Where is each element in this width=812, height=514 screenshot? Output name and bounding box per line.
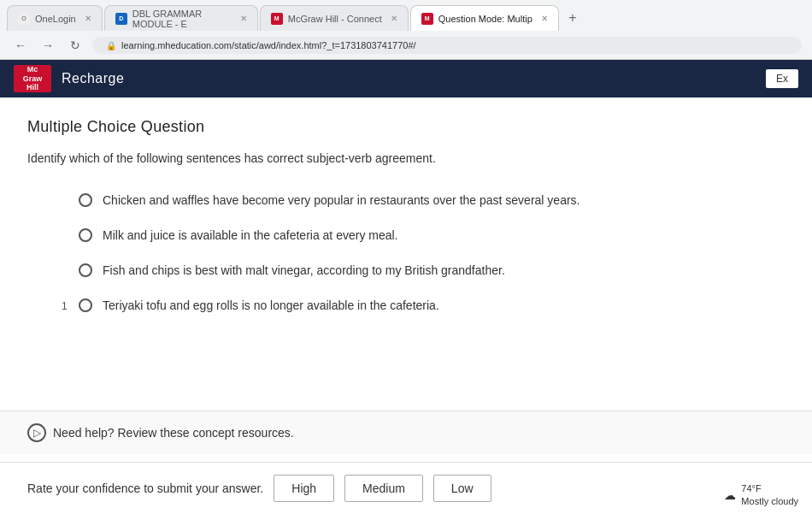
tab-onelogin[interactable]: O OneLogin ✕ [7, 5, 103, 31]
radio-3[interactable] [79, 263, 92, 277]
back-button[interactable]: ← [10, 35, 31, 56]
answer-option-3[interactable]: Fish and chips is best with malt vinegar… [79, 262, 785, 280]
weather-widget: ☁ 74°F Mostly cloudy [724, 482, 798, 507]
tab-question-mode-close[interactable]: ✕ [541, 14, 548, 23]
tab-bar: O OneLogin ✕ D DBL GRAMMAR MODULE - E ✕ … [0, 0, 812, 31]
answer-option-4[interactable]: 1 Teriyaki tofu and egg rolls is no long… [79, 297, 785, 315]
weather-icon: ☁ [724, 488, 736, 502]
logo-line1: Mc [27, 65, 38, 74]
answer-option-1[interactable]: Chicken and waffles have become very pop… [79, 192, 785, 210]
tab-dbl-grammar[interactable]: D DBL GRAMMAR MODULE - E ✕ [104, 5, 258, 31]
help-section[interactable]: ▷ Need help? Review these concept resour… [0, 411, 812, 454]
weather-text: 74°F Mostly cloudy [741, 482, 798, 507]
main-content: Multiple Choice Question Identify which … [0, 97, 812, 514]
browser-chrome: O OneLogin ✕ D DBL GRAMMAR MODULE - E ✕ … [0, 0, 812, 60]
logo-line2: Graw [23, 74, 43, 84]
confidence-high-button[interactable]: High [274, 475, 334, 502]
radio-1[interactable] [79, 193, 92, 207]
app-title: Recharge [62, 71, 124, 86]
tab-mcgraw-connect-close[interactable]: ✕ [391, 14, 397, 23]
tab-mcgraw-connect[interactable]: M McGraw Hill - Connect ✕ [260, 5, 409, 31]
ex-button[interactable]: Ex [766, 69, 798, 88]
answer-num-4: 1 [62, 298, 68, 314]
question-mode-favicon: M [421, 13, 433, 25]
dbl-favicon: D [115, 13, 127, 25]
answer-text-3: Fish and chips is best with malt vinegar… [103, 262, 505, 280]
weather-temp: 74°F [741, 482, 798, 494]
onelogin-favicon: O [18, 13, 30, 25]
tab-onelogin-close[interactable]: ✕ [85, 14, 91, 23]
answer-options: Chicken and waffles have become very pop… [79, 192, 785, 315]
tab-question-mode[interactable]: M Question Mode: Multip ✕ [410, 5, 559, 31]
tab-question-mode-label: Question Mode: Multip [438, 14, 533, 24]
address-text: learning.mheducation.com/static/awd/inde… [121, 40, 416, 50]
answer-option-2[interactable]: Milk and juice is available in the cafet… [79, 227, 785, 245]
address-bar[interactable]: 🔒 learning.mheducation.com/static/awd/in… [92, 37, 802, 54]
answer-text-4: Teriyaki tofu and egg rolls is no longer… [103, 297, 439, 315]
confidence-row: Rate your confidence to submit your answ… [0, 462, 812, 514]
reload-button[interactable]: ↻ [65, 35, 85, 56]
mcgraw-logo: Mc Graw Hill [14, 65, 51, 92]
radio-4[interactable] [79, 298, 92, 312]
tab-dbl-label: DBL GRAMMAR MODULE - E [132, 9, 232, 29]
confidence-medium-button[interactable]: Medium [344, 475, 423, 502]
answer-text-1: Chicken and waffles have become very pop… [103, 192, 580, 210]
question-prompt: Identify which of the following sentence… [27, 150, 785, 168]
weather-condition: Mostly cloudy [741, 495, 798, 507]
app-header: Mc Graw Hill Recharge Ex [0, 60, 812, 97]
question-type: Multiple Choice Question [27, 118, 785, 136]
address-bar-row: ← → ↻ 🔒 learning.mheducation.com/static/… [0, 31, 812, 60]
tab-dbl-close[interactable]: ✕ [240, 14, 247, 23]
answer-text-2: Milk and juice is available in the cafet… [103, 227, 398, 245]
help-text: Need help? Review these concept resource… [53, 426, 294, 440]
help-icon: ▷ [27, 423, 46, 442]
confidence-label: Rate your confidence to submit your answ… [27, 482, 263, 495]
confidence-low-button[interactable]: Low [433, 475, 491, 502]
new-tab-button[interactable]: + [561, 6, 585, 30]
mcgraw-connect-favicon: M [271, 13, 283, 25]
lock-icon: 🔒 [106, 41, 116, 50]
radio-2[interactable] [79, 228, 92, 242]
forward-button[interactable]: → [38, 35, 58, 56]
tab-onelogin-label: OneLogin [35, 14, 76, 24]
logo-line3: Hill [26, 83, 38, 92]
tab-mcgraw-connect-label: McGraw Hill - Connect [288, 14, 382, 24]
